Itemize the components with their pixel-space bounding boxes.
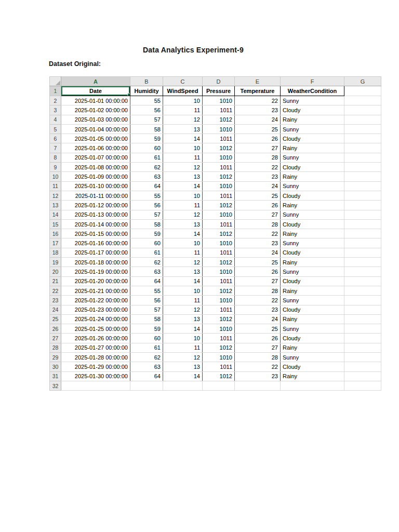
cell-D1[interactable]: Pressure — [203, 86, 235, 96]
row-header-30[interactable]: 30 — [50, 362, 61, 371]
cell-F10[interactable]: Rainy — [281, 172, 344, 181]
cell-F29[interactable]: Sunny — [281, 353, 344, 362]
cell-E21[interactable]: 27 — [235, 276, 281, 286]
cell-F11[interactable]: Sunny — [281, 181, 344, 191]
cell-C23[interactable]: 11 — [163, 296, 203, 305]
cell-C13[interactable]: 11 — [163, 201, 203, 210]
cell-E24[interactable]: 23 — [235, 305, 281, 314]
cell-E10[interactable]: 23 — [235, 172, 281, 181]
cell-C10[interactable]: 13 — [163, 172, 203, 181]
cell-G23[interactable] — [344, 296, 381, 305]
row-header-9[interactable]: 9 — [50, 163, 61, 172]
cell-F2[interactable]: Sunny — [281, 96, 344, 105]
cell-A16[interactable]: 2025-01-15 00:00:00 — [61, 229, 130, 238]
cell-F1[interactable]: WeatherCondition — [281, 86, 344, 96]
cell-A31[interactable]: 2025-01-30 00:00:00 — [61, 371, 130, 381]
cell-C8[interactable]: 11 — [163, 153, 203, 162]
row-header-29[interactable]: 29 — [50, 353, 61, 362]
column-header-F[interactable]: F — [281, 77, 344, 86]
cell-A13[interactable]: 2025-01-12 00:00:00 — [61, 201, 130, 210]
cell-G6[interactable] — [344, 134, 381, 143]
cell-C11[interactable]: 14 — [163, 181, 203, 191]
cell-G24[interactable] — [344, 305, 381, 314]
cell-C28[interactable]: 11 — [163, 343, 203, 352]
cell-F21[interactable]: Cloudy — [281, 276, 344, 286]
cell-G8[interactable] — [344, 153, 381, 162]
cell-E17[interactable]: 23 — [235, 238, 281, 248]
cell-B14[interactable]: 57 — [130, 210, 163, 219]
cell-G10[interactable] — [344, 172, 381, 181]
cell-F18[interactable]: Cloudy — [281, 248, 344, 257]
cell-A29[interactable]: 2025-01-28 00:00:00 — [61, 353, 130, 362]
cell-D24[interactable]: 1011 — [203, 305, 235, 314]
cell-C24[interactable]: 12 — [163, 305, 203, 314]
cell-A26[interactable]: 2025-01-25 00:00:00 — [61, 324, 130, 334]
column-header-B[interactable]: B — [130, 77, 163, 86]
cell-F25[interactable]: Rainy — [281, 314, 344, 324]
cell-F7[interactable]: Rainy — [281, 143, 344, 153]
cell-B31[interactable]: 64 — [130, 371, 163, 381]
cell-A23[interactable]: 2025-01-22 00:00:00 — [61, 296, 130, 305]
cell-A15[interactable]: 2025-01-14 00:00:00 — [61, 219, 130, 229]
cell-B30[interactable]: 63 — [130, 362, 163, 371]
row-header-26[interactable]: 26 — [50, 324, 61, 334]
cell-G20[interactable] — [344, 267, 381, 276]
row-header-23[interactable]: 23 — [50, 296, 61, 305]
cell-F4[interactable]: Rainy — [281, 115, 344, 124]
cell-B16[interactable]: 59 — [130, 229, 163, 238]
cell-D17[interactable]: 1010 — [203, 238, 235, 248]
cell-D10[interactable]: 1012 — [203, 172, 235, 181]
row-header-12[interactable]: 12 — [50, 191, 61, 200]
cell-C2[interactable]: 10 — [163, 96, 203, 105]
cell-B5[interactable]: 58 — [130, 124, 163, 134]
row-header-16[interactable]: 16 — [50, 229, 61, 238]
cell-E26[interactable]: 25 — [235, 324, 281, 334]
cell-D5[interactable]: 1010 — [203, 124, 235, 134]
cell-E19[interactable]: 25 — [235, 258, 281, 267]
cell-E14[interactable]: 27 — [235, 210, 281, 219]
cell-A4[interactable]: 2025-01-03 00:00:00 — [61, 115, 130, 124]
cell-C7[interactable]: 10 — [163, 143, 203, 153]
cell-A12[interactable]: 2025-01-11 00:00:00 — [61, 191, 130, 200]
cell-G5[interactable] — [344, 124, 381, 134]
cell-G30[interactable] — [344, 362, 381, 371]
cell-B11[interactable]: 64 — [130, 181, 163, 191]
cell-D25[interactable]: 1012 — [203, 314, 235, 324]
cell-E8[interactable]: 28 — [235, 153, 281, 162]
cell-A6[interactable]: 2025-01-05 00:00:00 — [61, 134, 130, 143]
cell-B3[interactable]: 56 — [130, 105, 163, 115]
cell-A3[interactable]: 2025-01-02 00:00:00 — [61, 105, 130, 115]
cell-D6[interactable]: 1011 — [203, 134, 235, 143]
cell-E27[interactable]: 26 — [235, 334, 281, 343]
cell-F22[interactable]: Rainy — [281, 286, 344, 295]
cell-D21[interactable]: 1011 — [203, 276, 235, 286]
cell-B6[interactable]: 59 — [130, 134, 163, 143]
cell-B23[interactable]: 56 — [130, 296, 163, 305]
cell-F20[interactable]: Sunny — [281, 267, 344, 276]
cell-C19[interactable]: 12 — [163, 258, 203, 267]
cell-F12[interactable]: Cloudy — [281, 191, 344, 200]
row-header-18[interactable]: 18 — [50, 248, 61, 257]
cell-F14[interactable]: Sunny — [281, 210, 344, 219]
column-header-G[interactable]: G — [344, 77, 381, 86]
row-header-1[interactable]: 1 — [50, 86, 61, 96]
cell-E9[interactable]: 22 — [235, 163, 281, 172]
cell-F6[interactable]: Cloudy — [281, 134, 344, 143]
cell-B10[interactable]: 63 — [130, 172, 163, 181]
cell-D2[interactable]: 1010 — [203, 96, 235, 105]
cell-A24[interactable]: 2025-01-23 00:00:00 — [61, 305, 130, 314]
cell-B12[interactable]: 55 — [130, 191, 163, 200]
cell-G15[interactable] — [344, 219, 381, 229]
cell-B22[interactable]: 55 — [130, 286, 163, 295]
cell-G7[interactable] — [344, 143, 381, 153]
cell-G25[interactable] — [344, 314, 381, 324]
cell-G28[interactable] — [344, 343, 381, 352]
cell-A1[interactable]: Date — [61, 86, 130, 96]
cell-G14[interactable] — [344, 210, 381, 219]
cell-G11[interactable] — [344, 181, 381, 191]
cell-A14[interactable]: 2025-01-13 00:00:00 — [61, 210, 130, 219]
cell-D23[interactable]: 1010 — [203, 296, 235, 305]
selection-fill-handle[interactable] — [127, 93, 130, 96]
cell-F9[interactable]: Cloudy — [281, 163, 344, 172]
cell-B17[interactable]: 60 — [130, 238, 163, 248]
